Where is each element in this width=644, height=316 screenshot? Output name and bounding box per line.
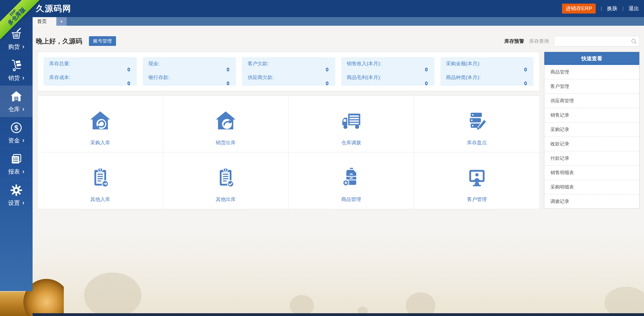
cabinet-plus-icon xyxy=(341,167,362,189)
stat-card-debts: 客户欠款: 0 供应商欠款: 0 xyxy=(242,57,335,86)
top-header-bar: 久源码网 进销存ERP | 换肤 | 退出 xyxy=(0,0,644,17)
header-divider: | xyxy=(601,6,602,11)
chevron-right-icon: › xyxy=(22,44,24,49)
stat-label: 采购金额(本月): xyxy=(446,61,527,67)
quick-view-item-purchase-records[interactable]: 采购记录 xyxy=(544,122,639,137)
sidebar-item-settings[interactable]: 设置› xyxy=(0,179,33,211)
shortcut-label: 仓库调拨 xyxy=(341,139,361,146)
quick-view-item-goods[interactable]: 商品管理 xyxy=(544,65,639,79)
stat-label: 客户欠款: xyxy=(247,61,328,67)
chevron-right-icon: › xyxy=(22,107,24,112)
sidebar-item-purchase[interactable]: 购货› xyxy=(0,23,33,54)
shortcut-warehouse-transfer[interactable]: 仓库调拨 xyxy=(289,96,414,152)
quick-view-item-customers[interactable]: 客户管理 xyxy=(544,79,639,94)
house-arrow-out-icon xyxy=(215,110,236,133)
search-icon[interactable] xyxy=(631,38,637,45)
quick-view-item-receipts[interactable]: 收款记录 xyxy=(544,137,639,151)
shortcut-label: 销货出库 xyxy=(216,139,236,146)
stat-value: 0 xyxy=(446,80,527,87)
shortcut-other-out[interactable]: 其他出库 xyxy=(163,152,289,209)
svg-text:$: $ xyxy=(14,124,19,131)
shortcut-label: 其他入库 xyxy=(90,196,110,203)
sidebar-item-warehouse[interactable]: 仓库› xyxy=(0,86,33,117)
stat-card-inventory: 库存总量: 0 库存成本: 0 xyxy=(44,57,137,86)
clipboard-arrow-icon xyxy=(89,167,111,189)
sidebar-item-label: 购货 xyxy=(8,43,20,51)
gear-icon xyxy=(10,184,23,197)
chevron-right-icon: › xyxy=(22,200,24,205)
sidebar-item-label: 资金 xyxy=(8,137,20,144)
tab-dropdown-button[interactable]: ▾ xyxy=(56,17,67,26)
shortcut-purchase-in[interactable]: 采购入库 xyxy=(38,96,163,152)
quick-view-item-suppliers[interactable]: 供应商管理 xyxy=(544,94,639,108)
shortcut-label: 商品管理 xyxy=(341,196,361,203)
stat-label: 商品毛利(本月): xyxy=(347,74,428,80)
warehouse-icon xyxy=(10,90,23,103)
stat-value: 0 xyxy=(49,80,130,87)
sidebar-item-funds[interactable]: $ 资金› xyxy=(0,117,33,148)
sidebar-nav: 购货› 销货› xyxy=(0,17,33,291)
hay-field-background-faint xyxy=(33,230,644,313)
change-skin-link[interactable]: 换肤 xyxy=(607,5,617,12)
shortcut-label: 库存盘点 xyxy=(467,139,487,146)
stack-pencil-icon xyxy=(466,110,488,133)
quick-view-title: 快速查看 xyxy=(544,52,639,65)
stat-value: 0 xyxy=(247,67,328,73)
shortcut-label: 其他出库 xyxy=(216,196,236,203)
sidebar-item-label: 销货 xyxy=(8,74,20,82)
sidebar-item-label: 报表 xyxy=(8,168,20,176)
stat-label: 销售收入(本月): xyxy=(347,61,428,67)
stat-card-purchase-month: 采购金额(本月): 0 商品种类(本月): 0 xyxy=(440,57,534,86)
erp-dashboard-page: 久源码网 进销存ERP | 换肤 | 退出 ERP 多仓库版 首页 ▾ xyxy=(0,0,644,316)
app-title: 久源码网 xyxy=(36,0,71,17)
quick-view-item-purchase-detail[interactable]: 采购明细表 xyxy=(544,180,639,194)
greeting-row: 晚上好，久源码 账号管理 xyxy=(36,36,116,46)
search-input[interactable] xyxy=(557,37,630,46)
shortcut-label: 客户管理 xyxy=(467,196,487,203)
stat-label: 库存成本: xyxy=(49,74,130,80)
house-arrow-in-icon xyxy=(89,110,111,133)
sidebar-item-label: 仓库 xyxy=(8,105,20,113)
sidebar-item-reports[interactable]: 报表› xyxy=(0,148,33,179)
quick-view-panel: 快速查看 商品管理 客户管理 供应商管理 销售记录 采购记录 收款记录 付款记录… xyxy=(544,52,640,209)
stat-card-cash: 现金: 0 银行存款: 0 xyxy=(143,57,236,86)
stat-value: 0 xyxy=(148,80,229,87)
stat-value: 0 xyxy=(347,67,428,73)
account-manage-button[interactable]: 账号管理 xyxy=(89,36,116,46)
chevron-right-icon: › xyxy=(22,169,24,174)
logout-link[interactable]: 退出 xyxy=(629,5,639,12)
quick-view-item-sales-records[interactable]: 销售记录 xyxy=(544,108,639,122)
erp-version-button[interactable]: 进销存ERP xyxy=(562,4,596,14)
shortcut-stocktake[interactable]: 库存盘点 xyxy=(414,96,540,152)
shortcut-customer-manage[interactable]: 客户管理 xyxy=(414,152,540,209)
shortcut-sales-out[interactable]: 销货出库 xyxy=(163,96,289,152)
stat-value: 0 xyxy=(347,80,428,87)
stat-label: 现金: xyxy=(148,61,229,67)
stats-panel: 库存总量: 0 库存成本: 0 现金: 0 银行存款: 0 客户欠款: 0 供应… xyxy=(37,52,540,91)
tab-home[interactable]: 首页 xyxy=(33,17,56,26)
stat-label: 银行存款: xyxy=(148,74,229,80)
quick-view-item-sales-detail[interactable]: 销售明细表 xyxy=(544,166,639,180)
chevron-down-icon: ▾ xyxy=(60,19,62,23)
quick-view-item-transfer-records[interactable]: 调拨记录 xyxy=(544,194,639,208)
sidebar-item-sales[interactable]: 销货› xyxy=(0,54,33,86)
inventory-toolbar: 库存预警 库存查询 xyxy=(504,36,640,46)
report-icon xyxy=(10,153,23,165)
basket-icon xyxy=(10,28,23,40)
footer-bar xyxy=(33,313,644,316)
stock-search-box xyxy=(554,36,640,46)
stat-label: 商品种类(本月): xyxy=(446,74,527,80)
shortcut-other-in[interactable]: 其他入库 xyxy=(38,152,163,209)
stock-warning-link[interactable]: 库存预警 xyxy=(504,38,524,45)
trolley-icon xyxy=(10,59,23,72)
stat-label: 供应商欠款: xyxy=(247,74,328,80)
stat-card-sales-month: 销售收入(本月): 0 商品毛利(本月): 0 xyxy=(341,57,434,86)
truck-icon xyxy=(341,110,362,133)
header-divider: | xyxy=(622,6,624,11)
stat-value: 0 xyxy=(49,67,130,73)
clipboard-check-icon xyxy=(215,167,236,189)
shortcut-goods-manage[interactable]: 商品管理 xyxy=(289,152,414,209)
quick-view-item-payments[interactable]: 付款记录 xyxy=(544,151,639,166)
chevron-right-icon: › xyxy=(22,138,24,143)
stock-query-link[interactable]: 库存查询 xyxy=(529,38,549,45)
